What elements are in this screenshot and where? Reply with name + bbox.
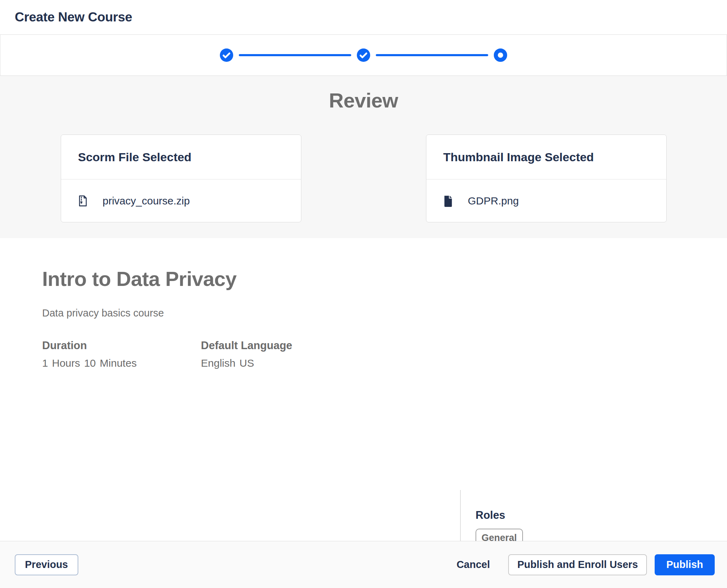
- zip-file-icon: [78, 195, 88, 207]
- page-title: Create New Course: [15, 10, 132, 25]
- page-header: Create New Course: [0, 0, 727, 34]
- scorm-file-card: Scorm File Selected privacy_course.zip: [61, 135, 301, 222]
- step-1-complete-check-icon[interactable]: [220, 48, 233, 62]
- course-description: Data privacy basics course: [42, 307, 428, 319]
- duration-value: 1 Hours 10 Minutes: [42, 357, 201, 369]
- scorm-file-name: privacy_course.zip: [103, 195, 190, 207]
- step-2-complete-check-icon[interactable]: [357, 48, 370, 62]
- file-icon: [443, 195, 453, 207]
- course-details-pane: Intro to Data Privacy Data privacy basic…: [42, 268, 428, 369]
- language-value: English US: [201, 357, 292, 369]
- step-connector: [376, 54, 488, 56]
- language-label: Default Language: [201, 339, 292, 352]
- review-cards-row: Scorm File Selected privacy_course.zip T…: [61, 135, 667, 222]
- step-connector: [239, 54, 351, 56]
- course-meta-row: Duration 1 Hours 10 Minutes Default Lang…: [42, 339, 428, 369]
- thumbnail-card-title: Thumbnail Image Selected: [426, 135, 666, 179]
- footer-action-bar: Previous Cancel Publish and Enroll Users…: [0, 541, 727, 588]
- thumbnail-file-name: GDPR.png: [468, 195, 519, 207]
- publish-button[interactable]: Publish: [655, 554, 715, 575]
- scorm-card-title: Scorm File Selected: [61, 135, 301, 179]
- review-heading: Review: [0, 76, 727, 112]
- wizard-stepper: [0, 34, 727, 76]
- course-summary-section: Intro to Data Privacy Data privacy basic…: [0, 238, 727, 541]
- step-3-current-circle-icon[interactable]: [494, 48, 507, 62]
- thumbnail-card-body: GDPR.png: [426, 179, 666, 222]
- duration-block: Duration 1 Hours 10 Minutes: [42, 339, 201, 369]
- publish-and-enroll-button[interactable]: Publish and Enroll Users: [508, 554, 647, 575]
- review-section: Review Scorm File Selected privacy_cours…: [0, 76, 727, 238]
- roles-label: Roles: [476, 509, 727, 522]
- duration-label: Duration: [42, 339, 201, 352]
- scorm-card-body: privacy_course.zip: [61, 179, 301, 222]
- thumbnail-image-card: Thumbnail Image Selected GDPR.png: [426, 135, 667, 222]
- previous-button[interactable]: Previous: [15, 554, 78, 575]
- language-block: Default Language English US: [201, 339, 292, 369]
- course-title: Intro to Data Privacy: [42, 268, 428, 290]
- cancel-button[interactable]: Cancel: [457, 559, 490, 570]
